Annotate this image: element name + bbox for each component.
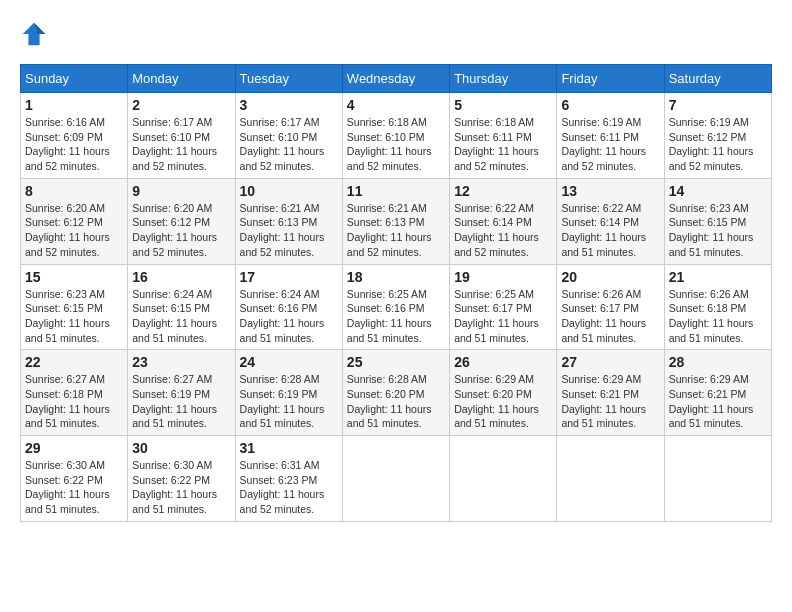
day-info: Sunrise: 6:22 AMSunset: 6:14 PMDaylight:… xyxy=(454,201,552,260)
day-info: Sunrise: 6:26 AMSunset: 6:17 PMDaylight:… xyxy=(561,287,659,346)
day-info: Sunrise: 6:21 AMSunset: 6:13 PMDaylight:… xyxy=(240,201,338,260)
calendar-cell: 11Sunrise: 6:21 AMSunset: 6:13 PMDayligh… xyxy=(342,178,449,264)
calendar-cell: 14Sunrise: 6:23 AMSunset: 6:15 PMDayligh… xyxy=(664,178,771,264)
day-number: 21 xyxy=(669,269,767,285)
day-info: Sunrise: 6:20 AMSunset: 6:12 PMDaylight:… xyxy=(25,201,123,260)
day-number: 17 xyxy=(240,269,338,285)
calendar-cell: 3Sunrise: 6:17 AMSunset: 6:10 PMDaylight… xyxy=(235,93,342,179)
day-info: Sunrise: 6:29 AMSunset: 6:21 PMDaylight:… xyxy=(561,372,659,431)
calendar-cell: 16Sunrise: 6:24 AMSunset: 6:15 PMDayligh… xyxy=(128,264,235,350)
day-number: 15 xyxy=(25,269,123,285)
day-number: 24 xyxy=(240,354,338,370)
day-number: 3 xyxy=(240,97,338,113)
calendar-cell: 15Sunrise: 6:23 AMSunset: 6:15 PMDayligh… xyxy=(21,264,128,350)
calendar-cell: 5Sunrise: 6:18 AMSunset: 6:11 PMDaylight… xyxy=(450,93,557,179)
calendar-cell: 6Sunrise: 6:19 AMSunset: 6:11 PMDaylight… xyxy=(557,93,664,179)
logo xyxy=(20,20,52,48)
calendar-cell: 9Sunrise: 6:20 AMSunset: 6:12 PMDaylight… xyxy=(128,178,235,264)
day-info: Sunrise: 6:19 AMSunset: 6:12 PMDaylight:… xyxy=(669,115,767,174)
calendar-cell: 27Sunrise: 6:29 AMSunset: 6:21 PMDayligh… xyxy=(557,350,664,436)
day-info: Sunrise: 6:17 AMSunset: 6:10 PMDaylight:… xyxy=(132,115,230,174)
calendar-cell: 31Sunrise: 6:31 AMSunset: 6:23 PMDayligh… xyxy=(235,436,342,522)
day-info: Sunrise: 6:27 AMSunset: 6:18 PMDaylight:… xyxy=(25,372,123,431)
day-info: Sunrise: 6:25 AMSunset: 6:17 PMDaylight:… xyxy=(454,287,552,346)
day-number: 16 xyxy=(132,269,230,285)
day-info: Sunrise: 6:18 AMSunset: 6:11 PMDaylight:… xyxy=(454,115,552,174)
day-number: 11 xyxy=(347,183,445,199)
day-info: Sunrise: 6:26 AMSunset: 6:18 PMDaylight:… xyxy=(669,287,767,346)
calendar-cell xyxy=(342,436,449,522)
day-number: 26 xyxy=(454,354,552,370)
day-info: Sunrise: 6:27 AMSunset: 6:19 PMDaylight:… xyxy=(132,372,230,431)
calendar-day-header: Sunday xyxy=(21,65,128,93)
calendar-cell: 25Sunrise: 6:28 AMSunset: 6:20 PMDayligh… xyxy=(342,350,449,436)
day-info: Sunrise: 6:22 AMSunset: 6:14 PMDaylight:… xyxy=(561,201,659,260)
day-number: 20 xyxy=(561,269,659,285)
day-number: 10 xyxy=(240,183,338,199)
day-number: 30 xyxy=(132,440,230,456)
day-info: Sunrise: 6:18 AMSunset: 6:10 PMDaylight:… xyxy=(347,115,445,174)
day-info: Sunrise: 6:17 AMSunset: 6:10 PMDaylight:… xyxy=(240,115,338,174)
day-number: 29 xyxy=(25,440,123,456)
day-number: 1 xyxy=(25,97,123,113)
day-number: 5 xyxy=(454,97,552,113)
calendar-table: SundayMondayTuesdayWednesdayThursdayFrid… xyxy=(20,64,772,522)
calendar-cell: 20Sunrise: 6:26 AMSunset: 6:17 PMDayligh… xyxy=(557,264,664,350)
day-number: 6 xyxy=(561,97,659,113)
day-number: 2 xyxy=(132,97,230,113)
calendar-cell: 26Sunrise: 6:29 AMSunset: 6:20 PMDayligh… xyxy=(450,350,557,436)
day-info: Sunrise: 6:19 AMSunset: 6:11 PMDaylight:… xyxy=(561,115,659,174)
day-info: Sunrise: 6:30 AMSunset: 6:22 PMDaylight:… xyxy=(132,458,230,517)
day-info: Sunrise: 6:28 AMSunset: 6:19 PMDaylight:… xyxy=(240,372,338,431)
calendar-cell: 18Sunrise: 6:25 AMSunset: 6:16 PMDayligh… xyxy=(342,264,449,350)
day-number: 23 xyxy=(132,354,230,370)
day-number: 19 xyxy=(454,269,552,285)
calendar-day-header: Saturday xyxy=(664,65,771,93)
day-number: 22 xyxy=(25,354,123,370)
calendar-cell: 13Sunrise: 6:22 AMSunset: 6:14 PMDayligh… xyxy=(557,178,664,264)
calendar-cell: 4Sunrise: 6:18 AMSunset: 6:10 PMDaylight… xyxy=(342,93,449,179)
calendar-day-header: Tuesday xyxy=(235,65,342,93)
day-info: Sunrise: 6:31 AMSunset: 6:23 PMDaylight:… xyxy=(240,458,338,517)
day-info: Sunrise: 6:16 AMSunset: 6:09 PMDaylight:… xyxy=(25,115,123,174)
day-info: Sunrise: 6:24 AMSunset: 6:16 PMDaylight:… xyxy=(240,287,338,346)
day-number: 12 xyxy=(454,183,552,199)
page-header xyxy=(20,20,772,48)
calendar-day-header: Monday xyxy=(128,65,235,93)
calendar-cell: 28Sunrise: 6:29 AMSunset: 6:21 PMDayligh… xyxy=(664,350,771,436)
calendar-day-header: Wednesday xyxy=(342,65,449,93)
calendar-cell: 7Sunrise: 6:19 AMSunset: 6:12 PMDaylight… xyxy=(664,93,771,179)
day-number: 31 xyxy=(240,440,338,456)
day-info: Sunrise: 6:21 AMSunset: 6:13 PMDaylight:… xyxy=(347,201,445,260)
day-info: Sunrise: 6:20 AMSunset: 6:12 PMDaylight:… xyxy=(132,201,230,260)
calendar-cell: 12Sunrise: 6:22 AMSunset: 6:14 PMDayligh… xyxy=(450,178,557,264)
calendar-cell: 22Sunrise: 6:27 AMSunset: 6:18 PMDayligh… xyxy=(21,350,128,436)
calendar-cell: 29Sunrise: 6:30 AMSunset: 6:22 PMDayligh… xyxy=(21,436,128,522)
logo-icon xyxy=(20,20,48,48)
day-info: Sunrise: 6:23 AMSunset: 6:15 PMDaylight:… xyxy=(25,287,123,346)
calendar-cell xyxy=(664,436,771,522)
day-number: 4 xyxy=(347,97,445,113)
day-info: Sunrise: 6:28 AMSunset: 6:20 PMDaylight:… xyxy=(347,372,445,431)
calendar-cell: 2Sunrise: 6:17 AMSunset: 6:10 PMDaylight… xyxy=(128,93,235,179)
day-info: Sunrise: 6:29 AMSunset: 6:21 PMDaylight:… xyxy=(669,372,767,431)
calendar-cell: 24Sunrise: 6:28 AMSunset: 6:19 PMDayligh… xyxy=(235,350,342,436)
calendar-cell: 17Sunrise: 6:24 AMSunset: 6:16 PMDayligh… xyxy=(235,264,342,350)
day-number: 7 xyxy=(669,97,767,113)
calendar-cell xyxy=(557,436,664,522)
day-info: Sunrise: 6:29 AMSunset: 6:20 PMDaylight:… xyxy=(454,372,552,431)
day-number: 18 xyxy=(347,269,445,285)
day-number: 8 xyxy=(25,183,123,199)
calendar-cell: 10Sunrise: 6:21 AMSunset: 6:13 PMDayligh… xyxy=(235,178,342,264)
calendar-cell: 1Sunrise: 6:16 AMSunset: 6:09 PMDaylight… xyxy=(21,93,128,179)
calendar-cell: 19Sunrise: 6:25 AMSunset: 6:17 PMDayligh… xyxy=(450,264,557,350)
day-number: 14 xyxy=(669,183,767,199)
calendar-day-header: Friday xyxy=(557,65,664,93)
day-number: 25 xyxy=(347,354,445,370)
day-info: Sunrise: 6:30 AMSunset: 6:22 PMDaylight:… xyxy=(25,458,123,517)
day-number: 13 xyxy=(561,183,659,199)
day-info: Sunrise: 6:25 AMSunset: 6:16 PMDaylight:… xyxy=(347,287,445,346)
calendar-cell xyxy=(450,436,557,522)
calendar-cell: 8Sunrise: 6:20 AMSunset: 6:12 PMDaylight… xyxy=(21,178,128,264)
day-number: 27 xyxy=(561,354,659,370)
